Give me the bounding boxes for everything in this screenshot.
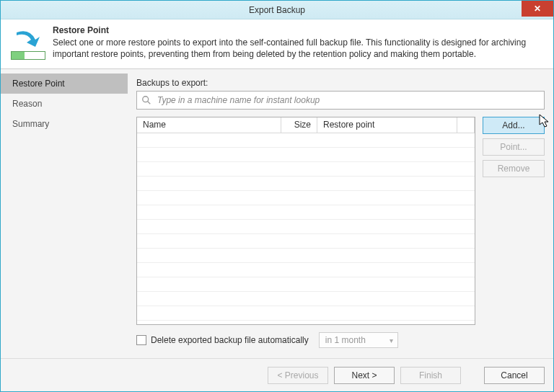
table-row (137, 277, 475, 292)
table-row (137, 234, 475, 249)
sidebar-item-summary[interactable]: Summary (1, 114, 128, 134)
sidebar-item-label: Summary (12, 119, 49, 129)
table-row (137, 133, 475, 148)
delete-period-select[interactable]: in 1 month ▾ (319, 332, 398, 348)
table-row (137, 249, 475, 263)
backups-table: Name Size Restore point (136, 117, 475, 325)
wizard-steps: Restore Point Reason Summary (1, 69, 128, 358)
delete-checkbox[interactable] (136, 335, 146, 345)
close-button[interactable]: ✕ (522, 1, 553, 17)
window-title: Export Backup (249, 5, 305, 15)
wizard-footer: < Previous Next > Finish Cancel (1, 358, 553, 391)
delete-options-row: Delete exported backup file automaticall… (136, 325, 545, 358)
previous-button-label: < Previous (277, 370, 318, 380)
point-button-label: Point... (500, 142, 527, 152)
table-row (137, 220, 475, 234)
col-size[interactable]: Size (281, 117, 317, 133)
search-icon (141, 95, 151, 105)
wizard-body: Restore Point Reason Summary Backups to … (1, 69, 553, 358)
col-name[interactable]: Name (137, 117, 281, 133)
add-button[interactable]: Add... (483, 117, 545, 134)
delete-checkbox-label: Delete exported backup file automaticall… (151, 335, 309, 345)
point-button: Point... (483, 138, 545, 156)
cancel-button-label: Cancel (501, 370, 527, 380)
header-title: Restore Point (53, 25, 542, 35)
header-icon (11, 25, 45, 60)
svg-line-1 (148, 102, 151, 104)
table-header: Name Size Restore point (137, 117, 475, 133)
table-row (137, 263, 475, 277)
svg-point-0 (143, 97, 149, 102)
backups-label: Backups to export: (136, 78, 545, 88)
col-restore-point[interactable]: Restore point (317, 117, 457, 133)
sidebar-item-reason[interactable]: Reason (1, 94, 128, 114)
wizard-header: Restore Point Select one or more restore… (1, 19, 553, 69)
table-side-buttons: Add... Point... Remove (483, 117, 545, 325)
table-row (137, 292, 475, 306)
chevron-down-icon: ▾ (390, 337, 393, 344)
titlebar: Export Backup ✕ (1, 1, 553, 19)
finish-button: Finish (400, 367, 461, 384)
sidebar-item-label: Reason (12, 99, 42, 109)
finish-button-label: Finish (419, 370, 442, 380)
table-row (137, 205, 475, 220)
delete-period-value: in 1 month (325, 335, 366, 345)
cancel-button[interactable]: Cancel (484, 367, 545, 384)
search-input[interactable] (156, 94, 540, 106)
next-button-label: Next > (351, 370, 377, 380)
remove-button-label: Remove (498, 164, 530, 174)
sidebar-item-label: Restore Point (12, 79, 65, 89)
close-icon: ✕ (534, 4, 541, 14)
table-row (137, 162, 475, 177)
progress-bar-icon (11, 51, 45, 60)
table-row (137, 177, 475, 191)
table-body (137, 133, 475, 324)
add-button-label: Add... (502, 120, 524, 130)
next-button[interactable]: Next > (334, 367, 395, 384)
remove-button: Remove (483, 160, 545, 177)
search-field-wrap[interactable] (136, 91, 545, 110)
table-row (137, 191, 475, 205)
previous-button: < Previous (268, 367, 328, 384)
table-row (137, 148, 475, 162)
restore-arrow-icon (11, 30, 45, 48)
table-row (137, 306, 475, 321)
header-description: Select one or more restore points to exp… (53, 37, 542, 60)
sidebar-item-restore-point[interactable]: Restore Point (1, 74, 128, 94)
col-spacer (457, 117, 475, 133)
main-panel: Backups to export: Name Size Restore poi… (128, 69, 553, 358)
